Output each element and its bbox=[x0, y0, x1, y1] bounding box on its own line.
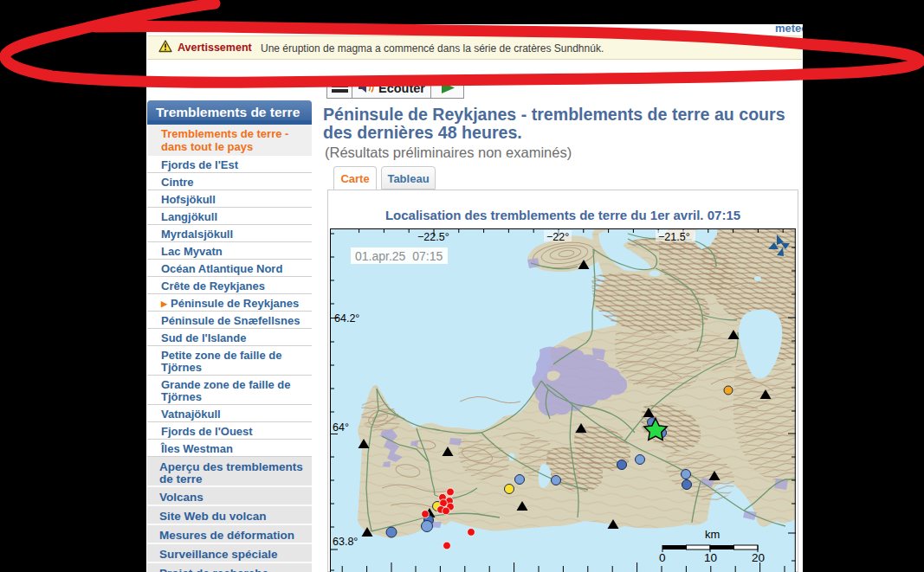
svg-text:−22.5°: −22.5° bbox=[417, 231, 449, 243]
svg-text:0: 0 bbox=[659, 551, 666, 564]
svg-text:64.2°: 64.2° bbox=[334, 312, 359, 325]
svg-text:01.apr.25 07:15: 01.apr.25 07:15 bbox=[355, 249, 443, 263]
svg-text:−22°: −22° bbox=[546, 231, 569, 243]
svg-text:20: 20 bbox=[752, 551, 765, 564]
svg-text:km: km bbox=[705, 528, 720, 541]
svg-text:10: 10 bbox=[704, 551, 717, 564]
svg-text:−21.5°: −21.5° bbox=[658, 231, 690, 243]
svg-text:63.8°: 63.8° bbox=[333, 536, 358, 548]
svg-text:64°: 64° bbox=[333, 421, 349, 434]
